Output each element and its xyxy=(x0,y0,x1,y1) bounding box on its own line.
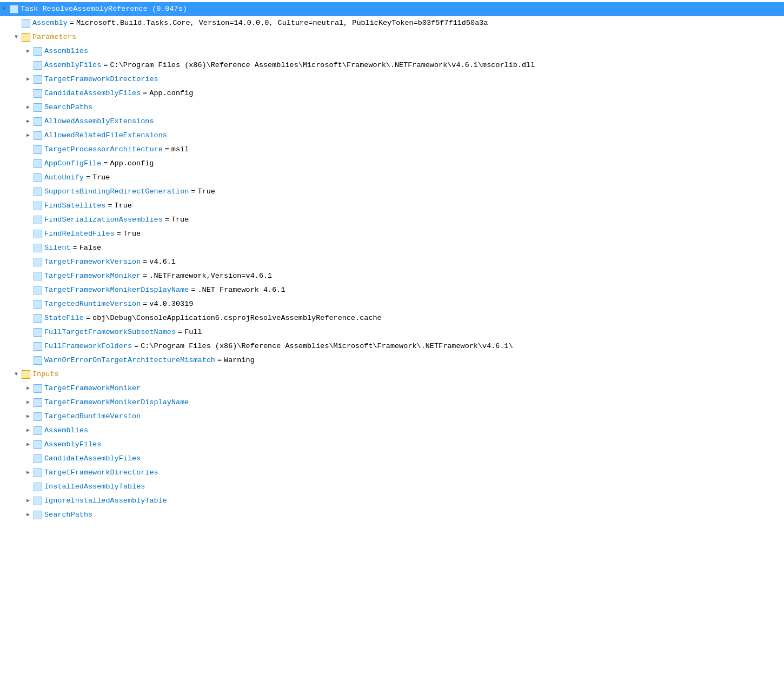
tree-row-targetframeworkmonikerdisplay[interactable]: TargetFrameworkMonikerDisplayName = .NET… xyxy=(0,283,784,297)
node-name-targetframeworkmoniker[interactable]: TargetFrameworkMoniker xyxy=(44,269,141,283)
equals-sign: = xyxy=(86,171,90,185)
equals-sign: = xyxy=(165,213,169,227)
collapse-toggle[interactable]: ▼ xyxy=(0,5,9,14)
tree-row-findrelatedfiles[interactable]: FindRelatedFiles = True xyxy=(0,227,784,241)
node-name-inp-targetframeworkdirs[interactable]: TargetFrameworkDirectories xyxy=(44,466,158,480)
property-icon xyxy=(34,216,42,224)
tree-row-targetframeworkdirs[interactable]: ▶TargetFrameworkDirectories xyxy=(0,72,784,86)
node-name-findrelatedfiles[interactable]: FindRelatedFiles xyxy=(44,227,115,241)
node-name-inp-assemblies[interactable]: Assemblies xyxy=(44,424,88,438)
tree-row-warnorror[interactable]: WarnOrErrorOnTargetArchitectureMismatch … xyxy=(0,353,784,367)
node-name-autounify[interactable]: AutoUnify xyxy=(44,171,84,185)
node-name-inp-ignoreinstalledassemblytable[interactable]: IgnoreInstalledAssemblyTable xyxy=(44,494,167,508)
collapse-toggle[interactable]: ▼ xyxy=(12,370,21,379)
node-name-findsatellites[interactable]: FindSatellites xyxy=(44,199,105,213)
expand-toggle[interactable]: ▶ xyxy=(24,412,32,421)
expand-toggle[interactable]: ▶ xyxy=(24,103,32,112)
node-name-allowedassemblyext[interactable]: AllowedAssemblyExtensions xyxy=(44,115,154,129)
node-name-assembly[interactable]: Assembly xyxy=(32,16,68,30)
node-name-statefile[interactable]: StateFile xyxy=(44,311,84,325)
node-name-targetedruntimeversion[interactable]: TargetedRuntimeVersion xyxy=(44,297,141,311)
tree-row-targetframeworkversion[interactable]: TargetFrameworkVersion = v4.6.1 xyxy=(0,255,784,269)
node-name-inp-assemblyfiles[interactable]: AssemblyFiles xyxy=(44,438,101,452)
toggle-placeholder xyxy=(24,188,32,196)
node-name-findserializationassemblies[interactable]: FindSerializationAssemblies xyxy=(44,213,163,227)
node-name-inp-candidateassemblyfiles[interactable]: CandidateAssemblyFiles xyxy=(44,452,141,466)
toggle-placeholder xyxy=(24,173,32,182)
node-name-targetprocessorarch[interactable]: TargetProcessorArchitecture xyxy=(44,143,163,157)
tree-row-inputs[interactable]: ▼Inputs xyxy=(0,367,784,381)
tree-row-allowedrelatedfileext[interactable]: ▶AllowedRelatedFileExtensions xyxy=(0,129,784,143)
property-icon xyxy=(34,412,42,421)
tree-row-inp-assemblyfiles[interactable]: ▶AssemblyFiles xyxy=(0,438,784,452)
node-name-fullframeworkfolders[interactable]: FullFrameworkFolders xyxy=(44,339,132,353)
expand-toggle[interactable]: ▶ xyxy=(24,384,32,393)
tree-row-autounify[interactable]: AutoUnify = True xyxy=(0,171,784,185)
node-name-inp-targetedruntimeversion[interactable]: TargetedRuntimeVersion xyxy=(44,410,141,424)
expand-toggle[interactable]: ▶ xyxy=(24,47,32,56)
expand-toggle[interactable]: ▶ xyxy=(24,440,32,449)
tree-row-inp-assemblies[interactable]: ▶Assemblies xyxy=(0,424,784,438)
property-icon xyxy=(34,426,42,435)
tree-row-allowedassemblyext[interactable]: ▶AllowedAssemblyExtensions xyxy=(0,115,784,129)
node-name-inp-targetframeworkmoniker[interactable]: TargetFrameworkMoniker xyxy=(44,381,141,396)
node-name-silent[interactable]: Silent xyxy=(44,241,71,255)
node-name-searchpaths[interactable]: SearchPaths xyxy=(44,101,92,115)
node-name-targetframeworkmonikerdisplay[interactable]: TargetFrameworkMonikerDisplayName xyxy=(44,283,189,297)
node-name-inp-targetframeworkmonikerdisplay[interactable]: TargetFrameworkMonikerDisplayName xyxy=(44,396,189,410)
expand-toggle[interactable]: ▶ xyxy=(24,131,32,140)
tree-row-inp-targetframeworkmonikerdisplay[interactable]: ▶TargetFrameworkMonikerDisplayName xyxy=(0,396,784,410)
tree-row-candidateassemblyfiles[interactable]: CandidateAssemblyFiles = App.config xyxy=(0,86,784,101)
tree-row-fullframeworkfolders[interactable]: FullFrameworkFolders = C:\Program Files … xyxy=(0,339,784,353)
tree-row-findsatellites[interactable]: FindSatellites = True xyxy=(0,199,784,213)
node-name-fulltargetframeworksubsetnames[interactable]: FullTargetFrameworkSubsetNames xyxy=(44,325,176,339)
tree-row-root[interactable]: ▼Task ResolveAssemblyReference (0.047s) xyxy=(0,2,784,16)
tree-row-supportsbinding[interactable]: SupportsBindingRedirectGeneration = True xyxy=(0,185,784,199)
tree-row-silent[interactable]: Silent = False xyxy=(0,241,784,255)
node-name-inp-searchpaths[interactable]: SearchPaths xyxy=(44,508,92,522)
node-value-targetframeworkmonikerdisplay: .NET Framework 4.6.1 xyxy=(197,283,285,297)
tree-row-inp-targetframeworkmoniker[interactable]: ▶TargetFrameworkMoniker xyxy=(0,381,784,396)
expand-toggle[interactable]: ▶ xyxy=(24,511,32,519)
tree-row-searchpaths[interactable]: ▶SearchPaths xyxy=(0,101,784,115)
expand-toggle[interactable]: ▶ xyxy=(24,117,32,126)
tree-row-fulltargetframeworksubsetnames[interactable]: FullTargetFrameworkSubsetNames = Full xyxy=(0,325,784,339)
collapse-toggle[interactable]: ▼ xyxy=(12,33,21,42)
node-name-candidateassemblyfiles[interactable]: CandidateAssemblyFiles xyxy=(44,86,141,101)
node-name-appconfigfile[interactable]: AppConfigFile xyxy=(44,157,101,171)
node-name-inp-installedassemblytables[interactable]: InstalledAssemblyTables xyxy=(44,480,145,494)
toggle-placeholder xyxy=(24,216,32,224)
tree-row-targetedruntimeversion[interactable]: TargetedRuntimeVersion = v4.0.30319 xyxy=(0,297,784,311)
node-name-root[interactable]: Task ResolveAssemblyReference (0.047s) xyxy=(21,2,187,16)
tree-row-inp-ignoreinstalledassemblytable[interactable]: ▶IgnoreInstalledAssemblyTable xyxy=(0,494,784,508)
tree-row-inp-targetedruntimeversion[interactable]: ▶TargetedRuntimeVersion xyxy=(0,410,784,424)
tree-row-targetframeworkmoniker[interactable]: TargetFrameworkMoniker = .NETFramework,V… xyxy=(0,269,784,283)
expand-toggle[interactable]: ▶ xyxy=(24,497,32,505)
tree-row-findserializationassemblies[interactable]: FindSerializationAssemblies = True xyxy=(0,213,784,227)
node-name-inputs[interactable]: Inputs xyxy=(32,367,59,381)
node-value-fullframeworkfolders: C:\Program Files (x86)\Reference Assembl… xyxy=(141,339,513,353)
node-name-targetframeworkdirs[interactable]: TargetFrameworkDirectories xyxy=(44,72,158,86)
node-name-supportsbinding[interactable]: SupportsBindingRedirectGeneration xyxy=(44,185,189,199)
tree-row-inp-installedassemblytables[interactable]: InstalledAssemblyTables xyxy=(0,480,784,494)
tree-row-inp-candidateassemblyfiles[interactable]: CandidateAssemblyFiles xyxy=(0,452,784,466)
node-name-targetframeworkversion[interactable]: TargetFrameworkVersion xyxy=(44,255,141,269)
tree-row-statefile[interactable]: StateFile = obj\Debug\ConsoleApplication… xyxy=(0,311,784,325)
node-name-assemblies[interactable]: Assemblies xyxy=(44,44,88,58)
tree-row-assemblies[interactable]: ▶Assemblies xyxy=(0,44,784,58)
node-name-assemblyfiles[interactable]: AssemblyFiles xyxy=(44,58,101,72)
node-name-warnorror[interactable]: WarnOrErrorOnTargetArchitectureMismatch xyxy=(44,353,215,367)
node-name-allowedrelatedfileext[interactable]: AllowedRelatedFileExtensions xyxy=(44,129,167,143)
tree-row-targetprocessorarch[interactable]: TargetProcessorArchitecture = msil xyxy=(0,143,784,157)
expand-toggle[interactable]: ▶ xyxy=(24,398,32,407)
tree-row-assemblyfiles[interactable]: AssemblyFiles = C:\Program Files (x86)\R… xyxy=(0,58,784,72)
expand-toggle[interactable]: ▶ xyxy=(24,75,32,84)
tree-row-assembly[interactable]: Assembly = Microsoft.Build.Tasks.Core, V… xyxy=(0,16,784,30)
tree-row-appconfigfile[interactable]: AppConfigFile = App.config xyxy=(0,157,784,171)
node-name-parameters[interactable]: Parameters xyxy=(32,30,76,44)
expand-toggle[interactable]: ▶ xyxy=(24,426,32,435)
tree-row-inp-targetframeworkdirs[interactable]: ▶TargetFrameworkDirectories xyxy=(0,466,784,480)
tree-row-parameters[interactable]: ▼Parameters xyxy=(0,30,784,44)
expand-toggle[interactable]: ▶ xyxy=(24,468,32,477)
tree-row-inp-searchpaths[interactable]: ▶SearchPaths xyxy=(0,508,784,522)
